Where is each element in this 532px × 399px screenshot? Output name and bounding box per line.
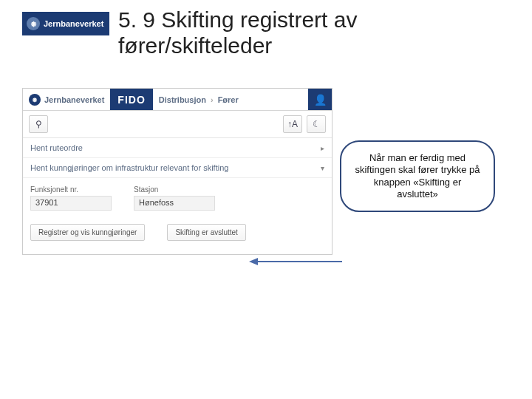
night-mode-button[interactable]: ☾ [307,115,326,133]
chevron-right-icon: ▸ [321,144,324,152]
funksjonelt-nr-field: Funksjonelt nr. 37901 [30,185,112,211]
fields-row: Funksjonelt nr. 37901 Stasjon Hønefoss [23,178,332,214]
slide-title: 5. 9 Skifting registrert av fører/skifte… [118,7,510,58]
app-screenshot: ⎈ Jernbaneverket FIDO Distribusjon › Før… [22,88,332,255]
funksjonelt-nr-label: Funksjonelt nr. [30,185,112,194]
user-icon: 👤 [314,94,327,106]
stasjon-field: Stasjon Hønefoss [134,185,215,211]
app-header: ⎈ Jernbaneverket FIDO Distribusjon › Før… [23,89,332,111]
logo-circle-icon: ⎈ [27,17,40,30]
fetch-route-order-link[interactable]: Hent ruteordre ▸ [23,138,332,158]
slide-logo: ⎈ Jernbaneverket [22,12,109,35]
chevron-right-icon: › [211,95,214,104]
app-logo-icon: ⎈ [29,94,41,106]
chevron-down-icon: ▾ [321,164,324,172]
callout-text: Når man er ferdig med skiftingen skal fø… [355,152,480,200]
app-product-name: FIDO [110,89,152,110]
sort-button[interactable]: ↑A [283,115,302,133]
breadcrumb-section: Distribusjon [159,95,206,104]
sort-icon: ↑A [287,119,298,129]
register-view-button[interactable]: Registrer og vis kunngjøringer [30,224,145,241]
breadcrumb-page: Fører [218,95,239,104]
app-brand: ⎈ Jernbaneverket [23,94,110,106]
breadcrumb: Distribusjon › Fører [153,95,245,104]
toolbar: ⚲ ↑A ☾ [23,111,332,138]
funksjonelt-nr-input[interactable]: 37901 [30,196,112,211]
search-button[interactable]: ⚲ [29,115,48,133]
slide-logo-text: Jernbaneverket [44,19,103,28]
user-menu[interactable]: 👤 [308,89,332,110]
search-icon: ⚲ [35,119,42,129]
app-brand-text: Jernbaneverket [44,95,104,104]
action-buttons: Registrer og vis kunngjøringer Skifting … [23,214,332,254]
stasjon-label: Stasjon [134,185,215,194]
fetch-announcements-label: Hent kunngjøringer om infrastruktur rele… [30,163,228,172]
shifting-done-button[interactable]: Skifting er avsluttet [167,224,245,241]
fetch-route-label: Hent ruteordre [30,143,83,152]
moon-icon: ☾ [313,119,321,129]
callout-bubble: Når man er ferdig med skiftingen skal fø… [340,140,495,212]
stasjon-input[interactable]: Hønefoss [134,196,215,211]
fetch-announcements-link[interactable]: Hent kunngjøringer om infrastruktur rele… [23,158,332,178]
